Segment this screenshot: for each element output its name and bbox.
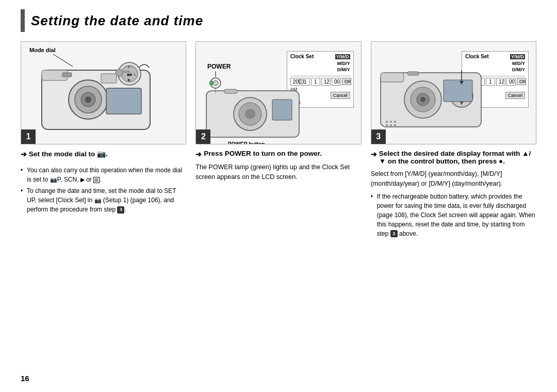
svg-text:POWER: POWER <box>207 63 231 70</box>
step-2-body: The POWER lamp (green) lights up and the… <box>195 162 361 182</box>
step-2-arrow: ➔ <box>195 150 202 158</box>
svg-rect-14 <box>106 88 141 114</box>
step-number-2: 2 <box>196 129 210 144</box>
step-2-illustration: POWER POWER button <box>196 42 361 144</box>
step-3-image: Clock Set Y/M/D M/D/Y D/M/Y 2003 1 1 12 … <box>371 41 536 144</box>
step-1-illustration: P SCN ▶ S 📷 <box>21 42 186 144</box>
svg-point-49 <box>394 121 396 123</box>
step-1-bullet-2: To change the date and time, set the mod… <box>21 186 186 214</box>
svg-point-15 <box>116 69 123 76</box>
step-3-body-main: Select from [Y/M/D] (year/month/day), [M… <box>371 169 536 189</box>
step-1-col: Mode dial P SCN <box>21 41 186 240</box>
step-2-col: Clock Set Y/M/D M/D/Y D/M/Y 2003 1 1 12 … <box>195 41 361 240</box>
svg-text:📷: 📷 <box>127 71 132 76</box>
step-1-image: Mode dial P SCN <box>21 41 186 144</box>
svg-rect-42 <box>444 80 472 102</box>
step-1-arrow: ➔ <box>21 150 27 158</box>
step-1-bullets: You can also carry out this operation wh… <box>21 166 186 216</box>
step-3-illustration <box>371 42 536 144</box>
title-accent <box>21 9 25 32</box>
svg-point-51 <box>390 124 392 126</box>
svg-text:POWER button: POWER button <box>228 141 265 144</box>
step-2-image: Clock Set Y/M/D M/D/Y D/M/Y 2003 1 1 12 … <box>195 41 361 144</box>
svg-rect-46 <box>407 72 419 75</box>
svg-rect-45 <box>381 73 404 82</box>
step-1-bullet-1: You can also carry out this operation wh… <box>21 166 186 184</box>
page-title: Setting the date and time <box>31 13 203 29</box>
step-1-heading: ➔ Set the mode dial to 📷. <box>21 150 186 158</box>
svg-point-27 <box>245 109 255 119</box>
svg-text:P: P <box>128 66 130 69</box>
svg-point-47 <box>386 121 388 123</box>
step-3-col: Clock Set Y/M/D M/D/Y D/M/Y 2003 1 1 12 … <box>371 41 536 240</box>
step-3-heading: ➔ Select the desired date display format… <box>371 150 536 165</box>
svg-rect-28 <box>272 100 292 120</box>
title-bar: Setting the date and time <box>21 0 536 32</box>
steps-columns: Mode dial P SCN <box>21 41 536 240</box>
step-number-1: 1 <box>21 129 36 144</box>
svg-text:S: S <box>134 73 136 76</box>
step-3-bullets: If the rechargeable button battery, whic… <box>371 192 536 240</box>
svg-point-29 <box>209 81 214 85</box>
svg-line-0 <box>53 54 73 67</box>
step-3-arrow: ➔ <box>371 150 377 158</box>
svg-point-20 <box>213 80 218 86</box>
svg-rect-13 <box>101 74 117 83</box>
step-3-bullet-1: If the rechargeable button battery, whic… <box>371 192 536 238</box>
svg-point-5 <box>85 96 91 103</box>
page-number: 16 <box>21 374 29 383</box>
svg-point-50 <box>386 124 388 126</box>
svg-point-48 <box>390 121 392 123</box>
svg-point-52 <box>394 124 396 126</box>
step-2-heading: ➔ Press POWER to turn on the power. <box>195 150 361 158</box>
svg-rect-24 <box>224 89 237 93</box>
step-number-3: 3 <box>371 129 386 144</box>
svg-rect-16 <box>62 73 72 77</box>
svg-point-35 <box>420 97 425 102</box>
